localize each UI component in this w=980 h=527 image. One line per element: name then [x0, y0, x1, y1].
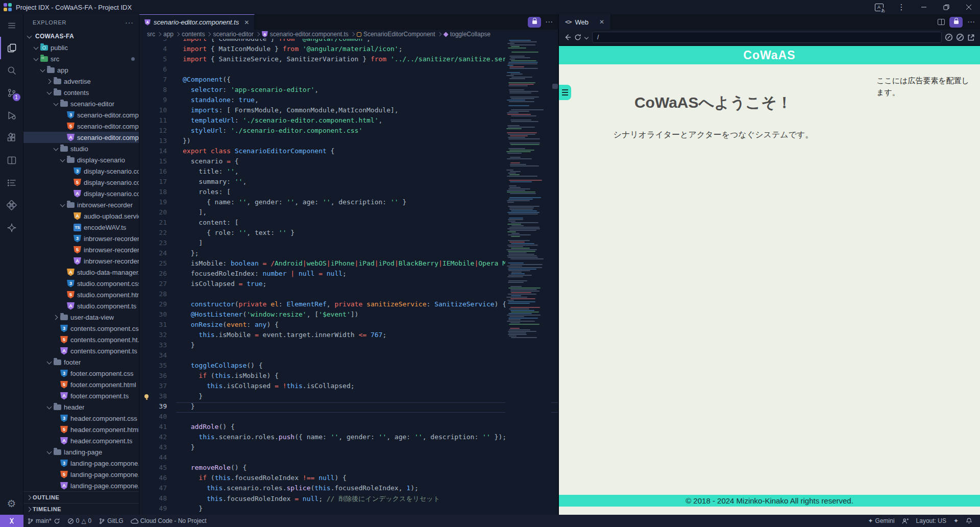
tree-item[interactable]: 3footer.component.css [23, 368, 139, 379]
tree-item[interactable]: 5contents.component.ht... [23, 334, 139, 345]
tree-item[interactable]: display-scenario [23, 154, 139, 165]
tree-item[interactable]: src [23, 53, 139, 64]
tree-item[interactable]: 5studio.component.html [23, 289, 139, 300]
tree-item[interactable]: app [23, 64, 139, 76]
tree-item[interactable]: user-data-view [23, 312, 139, 323]
remote-indicator[interactable] [0, 515, 23, 527]
idx-templates-icon[interactable] [0, 194, 23, 217]
code-line[interactable]: } [183, 341, 558, 351]
settings-gear-icon[interactable]: ⚙ [0, 492, 23, 515]
code-line[interactable]: onResize(event: any) { [183, 321, 558, 331]
code-line[interactable]: { role: '', text: '' } [183, 229, 558, 239]
tree-item[interactable]: Afooter.component.ts [23, 390, 139, 401]
devtools-icon[interactable] [956, 33, 964, 41]
code-line[interactable]: this.scenario.roles.push({ name: '', gen… [183, 433, 558, 443]
tree-item[interactable]: Aheader.component.ts [23, 435, 139, 446]
tree-item[interactable]: 3landing-page.compone... [23, 458, 139, 469]
outline-list-icon[interactable] [0, 172, 23, 194]
code-line[interactable]: } [183, 443, 558, 453]
minimize-button[interactable] [913, 0, 935, 14]
code-line[interactable]: roles: [ [183, 188, 558, 198]
tree-item[interactable]: 5header.component.html [23, 424, 139, 435]
code-line[interactable]: title: '', [183, 167, 558, 178]
code-line[interactable]: toggleCollapse() { [183, 362, 558, 372]
extensions-icon[interactable] [0, 127, 23, 149]
tree-item[interactable]: Acontents.component.ts [23, 345, 139, 356]
code-line[interactable]: this.focusedRoleIndex = null; // 削除後にインデ… [183, 494, 558, 505]
code-line[interactable]: }; [183, 249, 558, 259]
code-line[interactable]: this.scenario.roles.splice(this.focusedR… [183, 484, 558, 494]
breadcrumb-item[interactable]: scenario-editor [213, 31, 253, 38]
code-line[interactable]: @HostListener('window:resize', ['$event'… [183, 310, 558, 321]
code-line[interactable]: import { SanitizeService, SanitizerVaria… [183, 55, 558, 65]
code-line[interactable]: } [183, 402, 558, 413]
minimap[interactable] [505, 39, 551, 515]
code-line[interactable]: content: [ [183, 219, 558, 229]
tree-item[interactable]: scenario-editor [23, 98, 139, 109]
breadcrumb-item[interactable]: src [147, 31, 155, 38]
editor-scrollbar[interactable] [551, 39, 558, 515]
code-line[interactable]: import { CommonModule } from '@angular/c… [183, 39, 558, 45]
tree-item[interactable]: 5display-scenario.co... [23, 177, 139, 188]
restore-button[interactable] [935, 0, 958, 14]
tree-item[interactable]: 3header.component.css [23, 413, 139, 424]
tree-item[interactable]: advertise [23, 76, 139, 87]
search-icon[interactable] [0, 59, 23, 82]
source-control-icon[interactable]: 1 [0, 82, 23, 104]
gemini-sparkle-icon[interactable] [0, 217, 23, 239]
tree-item[interactable]: 3display-scenario.co... [23, 165, 139, 177]
code-line[interactable]: styleUrl: './scenario-editor.component.c… [183, 127, 558, 137]
breadcrumb-item[interactable]: ScenarioEditorComponent [357, 31, 435, 38]
breadcrumb-item[interactable]: Ascenario-editor.component.ts [262, 31, 349, 38]
outline-section[interactable]: OUTLINE [23, 491, 139, 503]
breadcrumb-item[interactable]: app [163, 31, 174, 38]
code-line[interactable]: isMobile: boolean = /Android|webOS|iPhon… [183, 259, 558, 270]
feedback-icon[interactable] [898, 515, 913, 527]
web-lock-icon[interactable] [949, 17, 963, 28]
web-tab-close-icon[interactable]: ✕ [599, 18, 604, 26]
code-line[interactable]: @Component({ [183, 76, 558, 86]
split-editor-icon[interactable] [938, 19, 945, 25]
code-line[interactable]: isCollapsed = true; [183, 280, 558, 290]
tree-item[interactable]: contents [23, 87, 139, 98]
code-line[interactable]: addRole() { [183, 423, 558, 433]
breadcrumb-item[interactable]: toggleCollapse [444, 31, 491, 38]
code-line[interactable]: } [183, 505, 558, 515]
translate-icon[interactable]: A [868, 0, 890, 14]
code-line[interactable] [183, 351, 558, 362]
lightbulb-icon[interactable] [143, 394, 150, 400]
tree-item[interactable]: studio [23, 143, 139, 154]
code-line[interactable]: focusedRoleIndex: number | null = null; [183, 270, 558, 280]
git-branch-status[interactable]: main* [23, 515, 64, 527]
code-line[interactable]: this.isMobile = event.target.innerWidth … [183, 331, 558, 341]
tree-item[interactable]: Ascenario-editor.comp... [23, 132, 139, 143]
code-line[interactable] [183, 290, 558, 300]
code-line[interactable]: standalone: true, [183, 96, 558, 106]
tree-item[interactable]: Astudio-data-manager... [23, 267, 139, 278]
reload-dropdown-icon[interactable] [584, 35, 589, 40]
code-line[interactable]: } [183, 392, 558, 402]
code-line[interactable]: }) [183, 137, 558, 147]
code-line[interactable]: removeRole() { [183, 464, 558, 474]
reload-icon[interactable] [574, 34, 581, 41]
url-input[interactable]: / [592, 32, 942, 43]
code-line[interactable]: selector: 'app-scenario-editor', [183, 86, 558, 96]
code-area[interactable]: 3456789101112131415161718192021222324252… [139, 39, 558, 515]
code-line[interactable]: imports: [ FormsModule, CommonModule,Mat… [183, 106, 558, 116]
back-icon[interactable] [564, 34, 571, 41]
tree-item[interactable]: 3studio.component.css [23, 278, 139, 289]
code-line[interactable]: if (this.isMobile) { [183, 372, 558, 382]
run-debug-icon[interactable] [0, 104, 23, 127]
menu-icon[interactable] [0, 14, 23, 37]
tree-item[interactable]: 5inbrowser-recorder... [23, 244, 139, 255]
code-line[interactable]: { name: '', gender: '', age: '', descrip… [183, 198, 558, 208]
gemini-status[interactable]: ✦ Gemini [864, 515, 898, 527]
layout-status[interactable]: Layout: US [913, 515, 950, 527]
code-line[interactable]: ] [183, 239, 558, 249]
tree-item[interactable]: 5landing-page.compone... [23, 469, 139, 480]
code-line[interactable] [183, 65, 558, 76]
kebab-menu-icon[interactable]: ⋮ [890, 0, 913, 14]
code-line[interactable]: ], [183, 208, 558, 219]
tree-item[interactable]: TSencodeWAV.ts [23, 222, 139, 233]
tree-item[interactable]: landing-page [23, 446, 139, 458]
